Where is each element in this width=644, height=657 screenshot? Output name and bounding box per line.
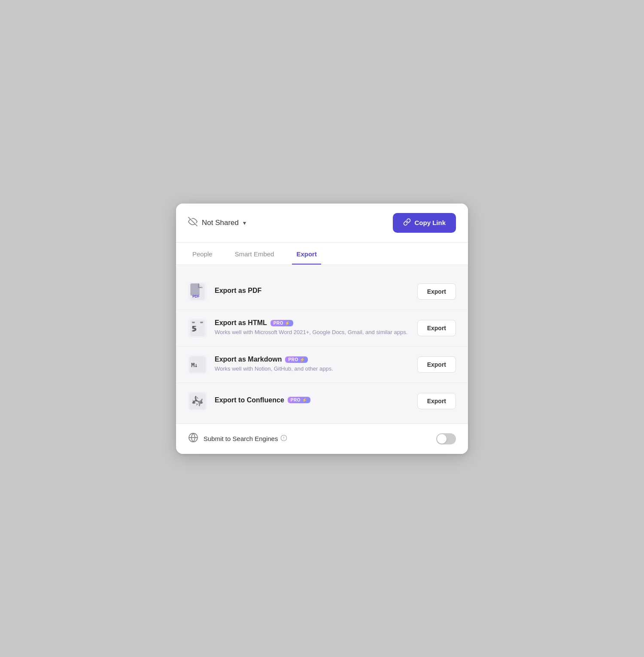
html-pro-badge: PRO ⚡	[270, 320, 293, 326]
info-icon[interactable]	[280, 435, 287, 443]
markdown-info: Export as Markdown PRO ⚡ Works well with…	[215, 356, 410, 373]
markdown-title-row: Export as Markdown PRO ⚡	[215, 356, 410, 363]
modal-footer: Submit to Search Engines	[176, 423, 468, 454]
pdf-export-button[interactable]: Export	[417, 283, 456, 300]
export-list: PDF Export as PDF Export	[176, 269, 468, 423]
copy-link-label: Copy Link	[414, 219, 446, 226]
submit-to-search-label: Submit to Search Engines	[204, 435, 278, 442]
markdown-icon: M↓	[188, 355, 207, 374]
tab-people[interactable]: People	[188, 243, 217, 265]
markdown-title: Export as Markdown	[215, 356, 282, 363]
html-title: Export as HTML	[215, 319, 267, 327]
svg-rect-6	[192, 322, 194, 323]
confluence-title-row: Export to Confluence PRO ⚡	[215, 396, 410, 404]
not-shared-label: Not Shared	[202, 219, 239, 227]
footer-label: Submit to Search Engines	[204, 435, 287, 443]
pdf-title: Export as PDF	[215, 287, 261, 295]
confluence-title: Export to Confluence	[215, 396, 284, 404]
confluence-info: Export to Confluence PRO ⚡	[215, 396, 410, 406]
html-icon: 5 5	[188, 319, 207, 338]
html-export-button[interactable]: Export	[417, 320, 456, 336]
confluence-export-button[interactable]: Export	[417, 393, 456, 409]
not-shared-button[interactable]: Not Shared ▾	[188, 217, 246, 228]
pdf-title-row: Export as PDF	[215, 287, 410, 295]
export-item-confluence: Export to Confluence PRO ⚡ Export	[176, 383, 468, 419]
confluence-icon	[188, 392, 207, 411]
markdown-pro-badge: PRO ⚡	[285, 356, 308, 363]
export-item-html: 5 5 Export as HTML PRO ⚡ Works well with…	[176, 310, 468, 347]
tabs-row: People Smart Embed Export	[176, 243, 468, 265]
copy-link-button[interactable]: Copy Link	[393, 213, 456, 233]
markdown-desc: Works well with Notion, GitHub, and othe…	[215, 365, 410, 373]
link-icon	[403, 218, 411, 228]
svg-text:M↓: M↓	[191, 362, 197, 368]
pdf-info: Export as PDF	[215, 287, 410, 296]
html-desc: Works well with Microsoft Word 2021+, Go…	[215, 328, 410, 336]
export-item-pdf: PDF Export as PDF Export	[176, 274, 468, 310]
toggle-knob	[437, 434, 447, 444]
chevron-down-icon: ▾	[243, 219, 246, 226]
export-item-markdown: M↓ Export as Markdown PRO ⚡ Works well w…	[176, 347, 468, 383]
svg-text:5: 5	[191, 325, 196, 333]
export-content: PDF Export as PDF Export	[176, 265, 468, 423]
globe-icon	[188, 432, 198, 445]
eye-off-icon	[188, 217, 197, 228]
pdf-icon: PDF	[188, 282, 207, 301]
confluence-pro-badge: PRO ⚡	[288, 397, 310, 403]
tab-export[interactable]: Export	[292, 243, 321, 265]
share-modal: Not Shared ▾ Copy Link People Smart Embe…	[176, 204, 468, 454]
search-engines-toggle[interactable]	[436, 433, 456, 444]
html-info: Export as HTML PRO ⚡ Works well with Mic…	[215, 319, 410, 336]
tab-smart-embed[interactable]: Smart Embed	[231, 243, 279, 265]
markdown-export-button[interactable]: Export	[417, 356, 456, 373]
html-title-row: Export as HTML PRO ⚡	[215, 319, 410, 327]
svg-text:PDF: PDF	[192, 294, 200, 298]
modal-header: Not Shared ▾ Copy Link	[176, 204, 468, 243]
svg-rect-7	[200, 322, 203, 323]
footer-left: Submit to Search Engines	[188, 432, 287, 445]
